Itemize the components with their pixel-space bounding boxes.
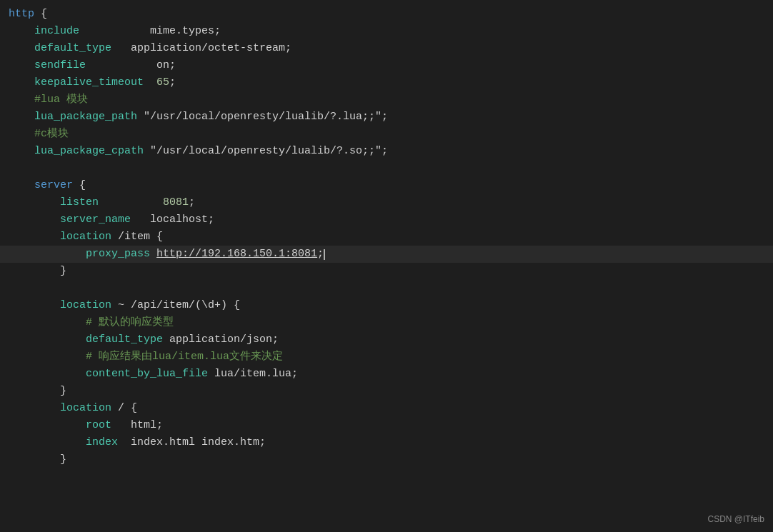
code-line: # 默认的响应类型 bbox=[0, 314, 773, 331]
code-line bbox=[0, 280, 773, 297]
code-line: #lua 模块 bbox=[0, 91, 773, 109]
code-line: location ~ /api/item/(\d+) { bbox=[0, 297, 773, 314]
code-line: sendfile on; bbox=[0, 57, 773, 74]
code-line: http { bbox=[0, 6, 773, 23]
code-line: lua_package_cpath "/usr/local/openresty/… bbox=[0, 143, 773, 160]
code-line: proxy_pass http://192.168.150.1:8081; bbox=[0, 246, 773, 263]
code-line: location /item { bbox=[0, 229, 773, 246]
code-line: server_name localhost; bbox=[0, 211, 773, 229]
code-line: default_type application/octet-stream; bbox=[0, 40, 773, 57]
code-line: listen 8081; bbox=[0, 194, 773, 211]
code-line: index index.html index.htm; bbox=[0, 434, 773, 451]
code-line: server { bbox=[0, 177, 773, 194]
code-line: content_by_lua_file lua/item.lua; bbox=[0, 366, 773, 383]
code-lines: http { include mime.types; default_type … bbox=[0, 6, 773, 468]
code-line: root html; bbox=[0, 417, 773, 434]
code-line: } bbox=[0, 263, 773, 280]
code-line: } bbox=[0, 451, 773, 468]
code-line: } bbox=[0, 383, 773, 400]
code-line: location / { bbox=[0, 400, 773, 417]
code-line: #c模块 bbox=[0, 126, 773, 143]
watermark: CSDN @ITfeib bbox=[707, 513, 764, 526]
code-line: lua_package_path "/usr/local/openresty/l… bbox=[0, 109, 773, 126]
code-line bbox=[0, 160, 773, 177]
code-line: keepalive_timeout 65; bbox=[0, 74, 773, 91]
code-line: default_type application/json; bbox=[0, 331, 773, 348]
code-editor: http { include mime.types; default_type … bbox=[0, 0, 773, 532]
code-line: # 响应结果由lua/item.lua文件来决定 bbox=[0, 348, 773, 366]
code-line: include mime.types; bbox=[0, 23, 773, 40]
